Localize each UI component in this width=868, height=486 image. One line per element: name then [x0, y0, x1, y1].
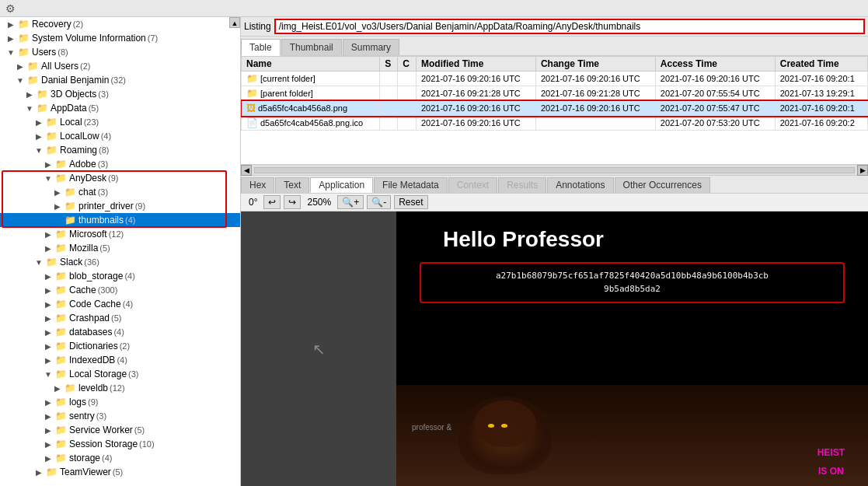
bottom-tab-text[interactable]: Text — [275, 177, 309, 193]
tree-item-danial-benjamin[interactable]: ▼📁Danial Benjamin (32) — [0, 73, 240, 87]
tree-item-session-storage[interactable]: ▶📁Session Storage (10) — [0, 437, 240, 451]
tree-item-mozilla[interactable]: ▶📁Mozilla (5) — [0, 241, 240, 255]
col-created-time[interactable]: Created Time — [775, 57, 867, 72]
tree-item-local[interactable]: ▶📁Local (23) — [0, 115, 240, 129]
expand-icon[interactable]: ▶ — [6, 20, 16, 29]
col-modified-time[interactable]: Modified Time — [416, 57, 535, 72]
bottom-tab-other-occurrences[interactable]: Other Occurrences — [615, 177, 710, 193]
col-change-time[interactable]: Change Time — [535, 57, 655, 72]
tree-item-microsoft[interactable]: ▶📁Microsoft (12) — [0, 227, 240, 241]
expand-icon[interactable]: ▶ — [44, 286, 53, 295]
expand-icon[interactable]: ▶ — [34, 468, 44, 477]
expand-icon[interactable]: ▶ — [44, 160, 53, 169]
expand-icon[interactable]: ▶ — [25, 90, 34, 99]
reset-button[interactable]: Reset — [394, 195, 427, 209]
expand-icon[interactable]: ▼ — [44, 174, 53, 183]
col-access-time[interactable]: Access Time — [655, 57, 775, 72]
tree-item-3d-objects[interactable]: ▶📁3D Objects (3) — [0, 87, 240, 101]
expand-icon[interactable]: ▶ — [44, 314, 53, 323]
expand-icon[interactable]: ▶ — [34, 118, 44, 127]
bottom-tab-file-metadata[interactable]: File Metadata — [374, 177, 448, 193]
expand-icon[interactable]: ▶ — [44, 454, 53, 463]
tree-item-leveldb[interactable]: ▶📁leveldb (12) — [0, 381, 240, 395]
horizontal-scroll[interactable]: ◀ ▶ — [241, 165, 868, 176]
expand-icon[interactable]: ▶ — [44, 300, 53, 309]
tree-item-recovery[interactable]: ▶📁Recovery (2) — [0, 17, 229, 31]
expand-icon[interactable]: ▶ — [44, 426, 53, 435]
table-row[interactable]: 📄d5a65fc4cab456a8.png.ico2021-07-16 09:2… — [242, 116, 868, 131]
col-c[interactable]: C — [398, 57, 417, 72]
tree-item-all-users[interactable]: ▶📁All Users (2) — [0, 59, 240, 73]
tree-item-slack[interactable]: ▼📁Slack (36) — [0, 255, 240, 269]
tree-item-logs[interactable]: ▶📁logs (9) — [0, 395, 240, 409]
tree-item-system-volume-information[interactable]: ▶📁System Volume Information (7) — [0, 31, 240, 45]
tree-item-crashpad[interactable]: ▶📁Crashpad (5) — [0, 311, 240, 325]
bottom-tab-application[interactable]: Application — [310, 177, 373, 193]
col-name[interactable]: Name — [242, 57, 380, 72]
expand-icon[interactable]: ▶ — [44, 230, 53, 239]
expand-icon[interactable]: ▶ — [44, 356, 53, 365]
expand-icon[interactable]: ▶ — [53, 202, 62, 211]
tree-item-printer_driver[interactable]: ▶📁printer_driver (9) — [0, 199, 240, 213]
tree-item-local-storage[interactable]: ▼📁Local Storage (3) — [0, 367, 240, 381]
tree-item-chat[interactable]: ▶📁chat (3) — [0, 185, 240, 199]
expand-icon[interactable]: ▶ — [44, 328, 53, 337]
tree-item-service-worker[interactable]: ▶📁Service Worker (5) — [0, 423, 240, 437]
expand-icon[interactable]: ▶ — [34, 132, 44, 141]
tab-thumbnail[interactable]: Thumbnail — [281, 39, 342, 55]
tree-item-blob_storage[interactable]: ▶📁blob_storage (4) — [0, 269, 240, 283]
tree-item-label: Cache — [69, 285, 96, 295]
zoom-out-button[interactable]: 🔍- — [367, 195, 391, 209]
expand-icon[interactable]: ▶ — [44, 342, 53, 351]
tree-item-storage[interactable]: ▶📁storage (4) — [0, 451, 240, 465]
tab-table[interactable]: Table — [241, 39, 281, 56]
expand-icon[interactable]: ▶ — [44, 272, 53, 281]
tree-item-locallow[interactable]: ▶📁LocalLow (4) — [0, 129, 240, 143]
expand-icon[interactable]: ▼ — [16, 76, 25, 85]
tree-item-indexeddb[interactable]: ▶📁IndexedDB (4) — [0, 353, 240, 367]
rotate-ccw-button[interactable]: ↩ — [263, 195, 281, 209]
table-row[interactable]: 🖼d5a65fc4cab456a8.png2021-07-16 09:20:16… — [242, 101, 868, 116]
tree-item-label: thumbnails — [78, 215, 124, 226]
tree-item-teamviewer[interactable]: ▶📁TeamViewer (5) — [0, 465, 240, 479]
bottom-tab-hex[interactable]: Hex — [241, 177, 274, 193]
tree-item-roaming[interactable]: ▼📁Roaming (8) — [0, 143, 240, 157]
tab-summary[interactable]: Summary — [343, 39, 399, 55]
expand-icon[interactable]: ▶ — [44, 412, 53, 421]
expand-icon[interactable]: ▼ — [44, 370, 53, 379]
table-row[interactable]: 📁[current folder]2021-07-16 09:20:16 UTC… — [242, 72, 868, 86]
tree-item-anydesk[interactable]: ▼📁AnyDesk (9) — [0, 171, 240, 185]
expand-icon[interactable]: ▼ — [6, 48, 16, 57]
table-cell: 2021-07-20 07:55:47 UTC — [655, 101, 775, 116]
zoom-in-button[interactable]: 🔍+ — [337, 195, 364, 209]
expand-icon[interactable]: ▶ — [44, 398, 53, 407]
tree-item-thumbnails[interactable]: 📁thumbnails (4) — [0, 213, 240, 227]
expand-icon[interactable]: ▶ — [53, 384, 62, 393]
tree-item-users[interactable]: ▼📁Users (8) — [0, 45, 240, 59]
scroll-right-btn[interactable]: ▶ — [857, 165, 868, 176]
expand-icon[interactable]: ▶ — [16, 62, 25, 71]
expand-icon[interactable]: ▶ — [6, 34, 16, 43]
expand-icon[interactable]: ▶ — [44, 244, 53, 253]
col-s[interactable]: S — [380, 57, 398, 72]
expand-icon[interactable]: ▶ — [44, 440, 53, 449]
tree-item-cache[interactable]: ▶📁Cache (300) — [0, 283, 240, 297]
tree-item-appdata[interactable]: ▼📁AppData (5) — [0, 101, 240, 115]
table-row[interactable]: 📁[parent folder]2021-07-16 09:21:28 UTC2… — [242, 86, 868, 101]
tree-item-databases[interactable]: ▶📁databases (4) — [0, 325, 240, 339]
expand-icon[interactable]: ▼ — [25, 104, 34, 113]
tree-scroll-up[interactable]: ▲ — [229, 17, 240, 28]
expand-icon[interactable]: ▶ — [53, 188, 62, 197]
tree-item-label: sentry — [69, 411, 95, 421]
gear-icon[interactable]: ⚙ — [3, 2, 17, 16]
expand-icon[interactable]: ▼ — [34, 258, 44, 267]
scroll-left-btn[interactable]: ◀ — [241, 165, 252, 176]
rotate-cw-button[interactable]: ↪ — [284, 195, 301, 209]
expand-icon[interactable]: ▼ — [34, 146, 44, 155]
bottom-tab-annotations[interactable]: Annotations — [547, 177, 613, 193]
tree-item-sentry[interactable]: ▶📁sentry (3) — [0, 409, 240, 423]
path-value[interactable]: /img_Heist.E01/vol_vo3/Users/Danial Benj… — [274, 19, 865, 34]
tree-item-adobe[interactable]: ▶📁Adobe (3) — [0, 157, 240, 171]
tree-item-code-cache[interactable]: ▶📁Code Cache (4) — [0, 297, 240, 311]
tree-item-dictionaries[interactable]: ▶📁Dictionaries (2) — [0, 339, 240, 353]
